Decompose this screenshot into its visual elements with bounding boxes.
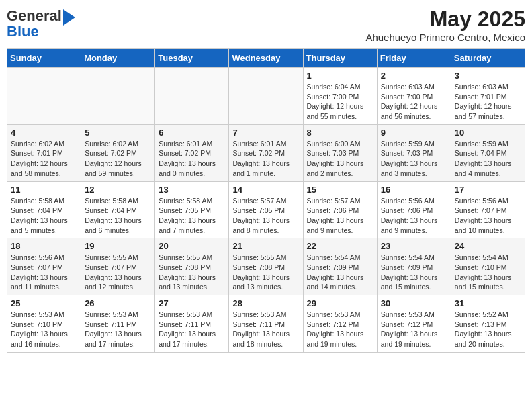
day-number: 2 <box>381 71 447 81</box>
day-cell-19: 19Sunrise: 5:55 AMSunset: 7:07 PMDayligh… <box>81 238 155 295</box>
weekday-header-row: SundayMondayTuesdayWednesdayThursdayFrid… <box>7 49 525 68</box>
day-info: Sunrise: 6:01 AMSunset: 7:02 PMDaylight:… <box>159 139 225 179</box>
day-cell-8: 8Sunrise: 6:00 AMSunset: 7:03 PMDaylight… <box>303 124 377 181</box>
day-cell-28: 28Sunrise: 5:53 AMSunset: 7:11 PMDayligh… <box>229 295 303 353</box>
day-number: 15 <box>307 185 373 195</box>
week-row-5: 25Sunrise: 5:53 AMSunset: 7:10 PMDayligh… <box>7 295 525 353</box>
day-number: 24 <box>455 241 521 251</box>
day-number: 14 <box>232 185 299 195</box>
day-info: Sunrise: 5:55 AMSunset: 7:08 PMDaylight:… <box>232 253 299 292</box>
day-info: Sunrise: 5:58 AMSunset: 7:04 PMDaylight:… <box>11 196 77 236</box>
weekday-header-wednesday: Wednesday <box>229 49 303 68</box>
day-info: Sunrise: 6:03 AMSunset: 7:01 PMDaylight:… <box>455 82 521 122</box>
day-number: 10 <box>455 128 521 138</box>
day-info: Sunrise: 5:54 AMSunset: 7:10 PMDaylight:… <box>455 253 521 292</box>
day-info: Sunrise: 5:55 AMSunset: 7:07 PMDaylight:… <box>85 253 151 292</box>
day-number: 22 <box>307 241 373 251</box>
day-info: Sunrise: 6:00 AMSunset: 7:03 PMDaylight:… <box>307 139 373 179</box>
day-number: 6 <box>159 128 225 138</box>
empty-cell <box>229 68 303 125</box>
day-number: 1 <box>307 71 373 81</box>
week-row-2: 4Sunrise: 6:02 AMSunset: 7:01 PMDaylight… <box>7 124 525 181</box>
day-info: Sunrise: 5:53 AMSunset: 7:11 PMDaylight:… <box>159 310 225 349</box>
day-number: 28 <box>232 298 299 308</box>
day-cell-9: 9Sunrise: 5:59 AMSunset: 7:03 PMDaylight… <box>377 124 451 181</box>
location-title: Ahuehueyo Primero Centro, Mexico <box>365 32 525 43</box>
day-info: Sunrise: 5:58 AMSunset: 7:04 PMDaylight:… <box>85 196 151 236</box>
day-number: 23 <box>381 241 447 251</box>
day-cell-20: 20Sunrise: 5:55 AMSunset: 7:08 PMDayligh… <box>155 238 229 295</box>
week-row-3: 11Sunrise: 5:58 AMSunset: 7:04 PMDayligh… <box>7 181 525 238</box>
day-cell-29: 29Sunrise: 5:53 AMSunset: 7:12 PMDayligh… <box>303 295 377 353</box>
day-cell-1: 1Sunrise: 6:04 AMSunset: 7:00 PMDaylight… <box>303 68 377 125</box>
day-number: 12 <box>85 185 151 195</box>
day-number: 19 <box>85 241 151 251</box>
calendar-table: SundayMondayTuesdayWednesdayThursdayFrid… <box>7 48 525 353</box>
day-number: 30 <box>381 298 447 308</box>
day-cell-30: 30Sunrise: 5:53 AMSunset: 7:12 PMDayligh… <box>377 295 451 353</box>
day-info: Sunrise: 5:52 AMSunset: 7:13 PMDaylight:… <box>455 310 521 349</box>
day-info: Sunrise: 5:53 AMSunset: 7:10 PMDaylight:… <box>11 310 77 349</box>
day-number: 11 <box>11 185 77 195</box>
day-cell-23: 23Sunrise: 5:54 AMSunset: 7:09 PMDayligh… <box>377 238 451 295</box>
day-cell-26: 26Sunrise: 5:53 AMSunset: 7:11 PMDayligh… <box>81 295 155 353</box>
week-row-4: 18Sunrise: 5:56 AMSunset: 7:07 PMDayligh… <box>7 238 525 295</box>
day-number: 21 <box>232 241 299 251</box>
day-number: 4 <box>11 128 77 138</box>
weekday-header-thursday: Thursday <box>303 49 377 68</box>
day-cell-31: 31Sunrise: 5:52 AMSunset: 7:13 PMDayligh… <box>451 295 525 353</box>
page-header: General Blue May 2025 Ahuehueyo Primero … <box>7 7 525 43</box>
day-cell-14: 14Sunrise: 5:57 AMSunset: 7:05 PMDayligh… <box>229 181 303 238</box>
day-cell-11: 11Sunrise: 5:58 AMSunset: 7:04 PMDayligh… <box>7 181 81 238</box>
day-info: Sunrise: 6:02 AMSunset: 7:02 PMDaylight:… <box>85 139 151 179</box>
day-number: 9 <box>381 128 447 138</box>
day-cell-15: 15Sunrise: 5:57 AMSunset: 7:06 PMDayligh… <box>303 181 377 238</box>
title-block: May 2025 Ahuehueyo Primero Centro, Mexic… <box>365 7 525 43</box>
day-cell-12: 12Sunrise: 5:58 AMSunset: 7:04 PMDayligh… <box>81 181 155 238</box>
day-cell-7: 7Sunrise: 6:01 AMSunset: 7:02 PMDaylight… <box>229 124 303 181</box>
week-row-1: 1Sunrise: 6:04 AMSunset: 7:00 PMDaylight… <box>7 68 525 125</box>
day-cell-21: 21Sunrise: 5:55 AMSunset: 7:08 PMDayligh… <box>229 238 303 295</box>
day-number: 18 <box>11 241 77 251</box>
day-info: Sunrise: 6:02 AMSunset: 7:01 PMDaylight:… <box>11 139 77 179</box>
day-info: Sunrise: 5:57 AMSunset: 7:06 PMDaylight:… <box>307 196 373 236</box>
logo: General Blue <box>7 7 75 40</box>
day-info: Sunrise: 6:01 AMSunset: 7:02 PMDaylight:… <box>232 139 299 179</box>
day-number: 29 <box>307 298 373 308</box>
day-number: 25 <box>11 298 77 308</box>
day-cell-3: 3Sunrise: 6:03 AMSunset: 7:01 PMDaylight… <box>451 68 525 125</box>
day-cell-13: 13Sunrise: 5:58 AMSunset: 7:05 PMDayligh… <box>155 181 229 238</box>
empty-cell <box>155 68 229 125</box>
day-cell-10: 10Sunrise: 5:59 AMSunset: 7:04 PMDayligh… <box>451 124 525 181</box>
weekday-header-friday: Friday <box>377 49 451 68</box>
weekday-header-sunday: Sunday <box>7 49 81 68</box>
day-info: Sunrise: 6:03 AMSunset: 7:00 PMDaylight:… <box>381 82 447 122</box>
day-info: Sunrise: 5:53 AMSunset: 7:11 PMDaylight:… <box>232 310 299 349</box>
day-number: 13 <box>159 185 225 195</box>
day-cell-2: 2Sunrise: 6:03 AMSunset: 7:00 PMDaylight… <box>377 68 451 125</box>
day-number: 31 <box>455 298 521 308</box>
day-info: Sunrise: 6:04 AMSunset: 7:00 PMDaylight:… <box>307 82 373 122</box>
day-number: 7 <box>232 128 299 138</box>
day-info: Sunrise: 5:53 AMSunset: 7:12 PMDaylight:… <box>307 310 373 349</box>
day-info: Sunrise: 5:53 AMSunset: 7:11 PMDaylight:… <box>85 310 151 349</box>
day-cell-27: 27Sunrise: 5:53 AMSunset: 7:11 PMDayligh… <box>155 295 229 353</box>
empty-cell <box>81 68 155 125</box>
day-number: 16 <box>381 185 447 195</box>
day-info: Sunrise: 5:58 AMSunset: 7:05 PMDaylight:… <box>159 196 225 236</box>
day-info: Sunrise: 5:56 AMSunset: 7:07 PMDaylight:… <box>455 196 521 236</box>
day-number: 26 <box>85 298 151 308</box>
empty-cell <box>7 68 81 125</box>
day-info: Sunrise: 5:59 AMSunset: 7:04 PMDaylight:… <box>455 139 521 179</box>
day-info: Sunrise: 5:57 AMSunset: 7:05 PMDaylight:… <box>232 196 299 236</box>
weekday-header-monday: Monday <box>81 49 155 68</box>
weekday-header-saturday: Saturday <box>451 49 525 68</box>
day-info: Sunrise: 5:54 AMSunset: 7:09 PMDaylight:… <box>307 253 373 292</box>
day-info: Sunrise: 5:54 AMSunset: 7:09 PMDaylight:… <box>381 253 447 292</box>
logo-arrow-icon <box>63 9 75 26</box>
day-cell-5: 5Sunrise: 6:02 AMSunset: 7:02 PMDaylight… <box>81 124 155 181</box>
day-cell-25: 25Sunrise: 5:53 AMSunset: 7:10 PMDayligh… <box>7 295 81 353</box>
day-number: 17 <box>455 185 521 195</box>
day-number: 3 <box>455 71 521 81</box>
day-cell-18: 18Sunrise: 5:56 AMSunset: 7:07 PMDayligh… <box>7 238 81 295</box>
